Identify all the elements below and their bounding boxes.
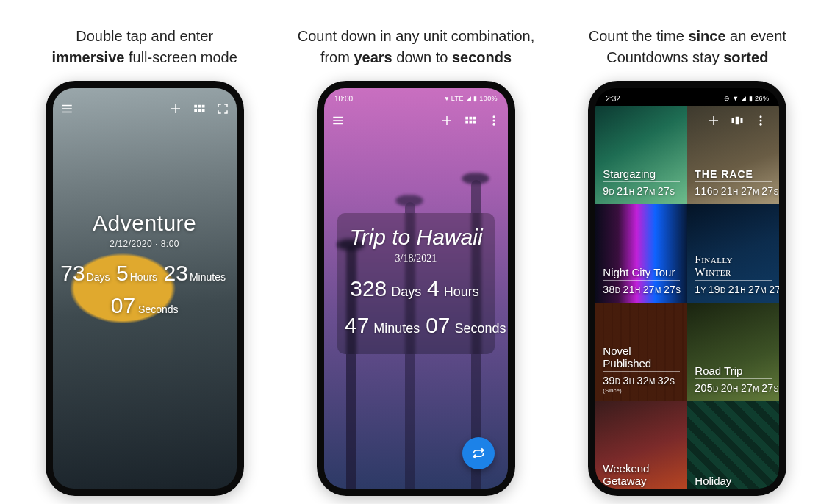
screen3-root: 2:32 ⊝ ▼ ◢ ▮ 26% Stargazing — [595, 88, 779, 489]
svg-rect-5 — [201, 109, 204, 112]
tile-time: 1Y 19D 21H 27M 27S — [695, 284, 772, 295]
countdown-title: Trip to Hawaii — [345, 225, 487, 250]
status-time: 10:00 — [334, 95, 353, 103]
caption-3: Count the time since an event Countdowns… — [589, 21, 786, 73]
svg-rect-9 — [465, 121, 468, 124]
svg-point-18 — [760, 115, 762, 118]
phone-frame-2: 10:00 ♥ LTE ◢ ▮ 100% — [317, 81, 515, 496]
wallpaper-adventure: Adventure 2/12/2020 · 8:00 73Days 5Hours… — [53, 88, 237, 489]
tile-time: 39D 3H 32M 32S — [603, 375, 680, 386]
svg-point-12 — [492, 115, 495, 118]
countdown-line-2: 47 Minutes 07 Seconds — [345, 313, 487, 338]
svg-rect-8 — [473, 117, 476, 120]
tile-title: Road Trip — [695, 364, 772, 379]
tile-time: 9D 21H 27M 27S — [603, 185, 680, 197]
svg-rect-15 — [732, 118, 734, 123]
status-indicators: ♥ LTE ◢ ▮ 100% — [445, 95, 498, 102]
tile-time: 116D 21H 27M 27S — [695, 185, 772, 197]
hamburger-icon[interactable] — [60, 102, 73, 115]
svg-rect-1 — [198, 105, 201, 108]
column-3: Count the time since an event Countdowns… — [560, 21, 814, 496]
countdown-line-1: 328 Days 4 Hours — [345, 276, 487, 301]
svg-rect-17 — [741, 118, 743, 123]
countdown-card[interactable]: Trip to Hawaii 3/18/2021 328 Days 4 Hour… — [337, 213, 495, 354]
tile-weekend-getaway[interactable]: Weekend Getaway — [595, 401, 687, 489]
countdown-date: 3/18/2021 — [345, 253, 487, 264]
app-bar — [595, 106, 779, 135]
tile-title: Weekend Getaway — [603, 462, 680, 489]
app-bar — [53, 94, 237, 123]
svg-rect-11 — [473, 121, 476, 124]
tile-since: (Since) — [603, 387, 680, 394]
hamburger-icon[interactable] — [331, 114, 345, 127]
tile-title: Night City Tour — [603, 266, 680, 281]
countdown-title: Adventure — [53, 211, 237, 236]
svg-rect-2 — [201, 105, 204, 108]
svg-point-13 — [492, 120, 495, 122]
fullscreen-icon[interactable] — [216, 102, 229, 115]
screen-2[interactable]: 10:00 ♥ LTE ◢ ▮ 100% — [324, 88, 508, 489]
svg-rect-6 — [465, 117, 468, 120]
carousel-icon[interactable] — [731, 114, 744, 127]
tile-time: 38D 21H 27M 27S — [603, 284, 680, 295]
status-bar: 10:00 ♥ LTE ◢ ▮ 100% — [324, 88, 508, 106]
svg-rect-3 — [194, 109, 197, 112]
column-1: Double tap and enter immersive full-scre… — [18, 21, 272, 496]
countdown-grid: Stargazing 9D 21H 27M 27S THE RACE 116D … — [595, 106, 779, 489]
overflow-icon[interactable] — [487, 114, 501, 127]
tile-road-trip[interactable]: Road Trip 205D 20H 27M 27S — [687, 303, 779, 401]
plus-icon[interactable] — [440, 114, 453, 127]
countdown-card[interactable]: Adventure 2/12/2020 · 8:00 73Days 5Hours… — [53, 211, 237, 318]
phone-frame-3: 2:32 ⊝ ▼ ◢ ▮ 26% Stargazing — [588, 81, 786, 496]
tile-night-city-tour[interactable]: Night City Tour 38D 21H 27M 27S — [595, 204, 687, 303]
tile-finally-winter[interactable]: Finally Winter 1Y 19D 21H 27M 27S — [687, 204, 779, 303]
caption-1-bold: immersive — [51, 49, 124, 65]
status-bar: 2:32 ⊝ ▼ ◢ ▮ 26% — [595, 88, 779, 106]
svg-point-14 — [492, 123, 495, 126]
screen-1[interactable]: Adventure 2/12/2020 · 8:00 73Days 5Hours… — [53, 88, 237, 489]
status-indicators: ⊝ ▼ ◢ ▮ 26% — [724, 95, 769, 102]
column-2: Count down in any unit combination, from… — [289, 21, 543, 496]
caption-2: Count down in any unit combination, from… — [298, 21, 534, 73]
svg-rect-7 — [469, 117, 472, 120]
svg-rect-4 — [198, 109, 201, 112]
svg-point-19 — [760, 120, 762, 122]
overflow-icon[interactable] — [754, 114, 767, 127]
countdown-line-2: 07Seconds — [53, 293, 237, 318]
app-bar — [324, 106, 508, 135]
svg-point-20 — [760, 123, 762, 126]
grid-icon[interactable] — [193, 102, 206, 115]
countdown-line-1: 73Days 5Hours 23Minutes — [53, 261, 237, 286]
tile-holiday[interactable]: Holiday — [687, 401, 779, 489]
fab-refresh-button[interactable] — [462, 437, 495, 469]
app-store-screenshot-row: Double tap and enter immersive full-scre… — [0, 0, 832, 504]
grid-icon[interactable] — [464, 114, 477, 127]
status-time: 2:32 — [606, 95, 620, 103]
svg-rect-10 — [469, 121, 472, 124]
tile-title: Holiday — [695, 475, 772, 489]
tile-title: Novel Published — [603, 345, 680, 372]
tile-novel-published[interactable]: Novel Published 39D 3H 32M 32S (Since) — [595, 303, 687, 401]
tile-title: Finally Winter — [695, 253, 772, 281]
tile-title: Stargazing — [603, 168, 680, 182]
tile-title: THE RACE — [695, 168, 772, 182]
caption-1: Double tap and enter immersive full-scre… — [51, 21, 237, 73]
countdown-date: 2/12/2020 · 8:00 — [53, 239, 237, 249]
tile-time: 205D 20H 27M 27S — [695, 382, 772, 394]
svg-rect-16 — [736, 117, 739, 125]
caption-1-line1: Double tap and enter — [76, 28, 213, 44]
phone-frame-1: Adventure 2/12/2020 · 8:00 73Days 5Hours… — [46, 81, 244, 496]
plus-icon[interactable] — [169, 102, 182, 115]
plus-icon[interactable] — [707, 114, 720, 127]
caption-1-line2b: full-screen mode — [124, 49, 237, 65]
screen-3[interactable]: 2:32 ⊝ ▼ ◢ ▮ 26% Stargazing — [595, 88, 779, 489]
svg-rect-0 — [194, 105, 197, 108]
wallpaper-hawaii: 10:00 ♥ LTE ◢ ▮ 100% — [324, 88, 508, 489]
